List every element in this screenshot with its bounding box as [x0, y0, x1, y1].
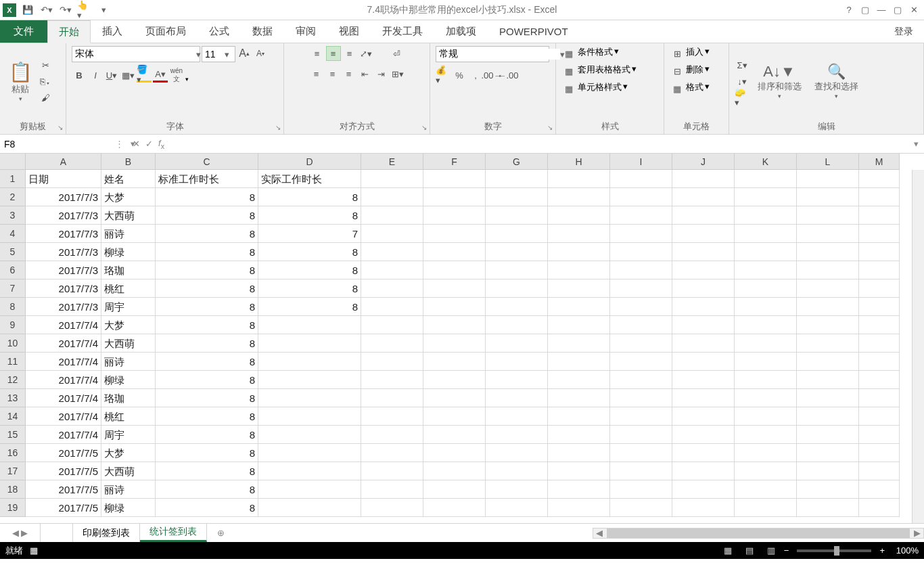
delete-cells-button[interactable]: ⊟删除▾ [670, 64, 710, 78]
cell[interactable] [361, 353, 423, 371]
row-header[interactable]: 15 [0, 426, 26, 444]
column-header[interactable]: B [101, 154, 156, 170]
cell[interactable] [486, 389, 548, 407]
cell[interactable]: 2017/7/3 [26, 188, 101, 206]
cell[interactable] [672, 279, 735, 298]
cell[interactable] [423, 371, 486, 389]
column-header[interactable]: G [486, 154, 548, 170]
cell[interactable] [548, 353, 610, 371]
macro-icon[interactable]: ▦ [30, 545, 38, 556]
row-header[interactable]: 18 [0, 480, 26, 499]
align-left-icon[interactable]: ≡ [309, 66, 324, 81]
row-header[interactable]: 13 [0, 389, 26, 407]
new-sheet-icon[interactable]: ⊕ [207, 524, 234, 542]
cell[interactable] [859, 298, 900, 316]
cell[interactable]: 2017/7/4 [26, 371, 101, 389]
row-header[interactable]: 10 [0, 334, 26, 353]
cell[interactable] [258, 389, 361, 407]
cell[interactable] [361, 444, 423, 462]
format-painter-icon[interactable]: 🖌 [38, 90, 53, 105]
cell[interactable] [258, 462, 361, 480]
name-box-input[interactable] [0, 139, 126, 150]
cell[interactable]: 2017/7/3 [26, 225, 101, 243]
cell[interactable] [735, 225, 797, 243]
cell[interactable] [548, 188, 610, 206]
zoom-in-icon[interactable]: + [879, 545, 885, 556]
font-name-combo[interactable]: ▾ [72, 46, 200, 62]
cell[interactable] [361, 170, 423, 188]
cell[interactable] [859, 389, 900, 407]
cell[interactable] [610, 188, 672, 206]
cell[interactable] [258, 316, 361, 334]
cell[interactable] [797, 480, 859, 499]
cell[interactable] [797, 261, 859, 279]
cell[interactable] [258, 353, 361, 371]
cell[interactable] [423, 499, 486, 517]
cell[interactable] [735, 261, 797, 279]
cell[interactable] [423, 426, 486, 444]
cell[interactable] [859, 316, 900, 334]
cell[interactable] [423, 389, 486, 407]
cell[interactable] [797, 279, 859, 298]
cell[interactable] [486, 371, 548, 389]
cell[interactable] [797, 462, 859, 480]
save-icon[interactable]: 💾 [20, 3, 35, 18]
cell[interactable]: 2017/7/3 [26, 279, 101, 298]
cell[interactable] [548, 261, 610, 279]
border-icon[interactable]: ▦▾ [120, 68, 135, 83]
cell-style-button[interactable]: ▦单元格样式▾ [561, 81, 628, 96]
cell[interactable] [486, 480, 548, 499]
cell[interactable]: 8 [156, 225, 258, 243]
cell[interactable] [258, 334, 361, 353]
cell[interactable]: 丽诗 [101, 353, 156, 371]
column-header[interactable]: E [361, 154, 423, 170]
cell[interactable] [859, 243, 900, 261]
cell[interactable]: 丽诗 [101, 225, 156, 243]
cell[interactable]: 8 [156, 298, 258, 316]
italic-icon[interactable]: I [88, 68, 103, 83]
cell[interactable] [610, 462, 672, 480]
cell[interactable]: 大梦 [101, 188, 156, 206]
cell[interactable] [423, 334, 486, 353]
cell[interactable] [735, 353, 797, 371]
align-bottom-icon[interactable]: ≡ [342, 46, 357, 61]
fill-icon[interactable]: ↓▾ [735, 74, 749, 89]
cell[interactable] [361, 279, 423, 298]
cell[interactable] [423, 480, 486, 499]
undo-icon[interactable]: ↶▾ [39, 3, 54, 18]
cell[interactable] [423, 170, 486, 188]
cell[interactable] [672, 225, 735, 243]
cell[interactable] [486, 206, 548, 225]
cell[interactable] [610, 480, 672, 499]
cell[interactable]: 2017/7/5 [26, 480, 101, 499]
sheet-tab-2[interactable]: 统计签到表 [140, 524, 207, 542]
cell[interactable]: 8 [156, 371, 258, 389]
cell[interactable]: 8 [258, 279, 361, 298]
cell[interactable] [361, 389, 423, 407]
number-format-combo[interactable]: ▾ [436, 46, 549, 62]
cell[interactable] [672, 188, 735, 206]
cell[interactable] [258, 499, 361, 517]
align-top-icon[interactable]: ≡ [310, 46, 325, 61]
cell[interactable] [610, 371, 672, 389]
cell[interactable]: 2017/7/4 [26, 316, 101, 334]
tab-developer[interactable]: 开发工具 [371, 20, 434, 43]
cell[interactable] [423, 407, 486, 426]
cell[interactable] [797, 444, 859, 462]
chevron-down-icon[interactable]: ▾ [221, 49, 232, 60]
cell[interactable] [423, 353, 486, 371]
cell[interactable] [423, 444, 486, 462]
cell[interactable] [361, 206, 423, 225]
cell[interactable] [610, 298, 672, 316]
align-middle-icon[interactable]: ≡ [326, 46, 341, 61]
cell[interactable] [859, 499, 900, 517]
cell[interactable] [735, 243, 797, 261]
fill-color-icon[interactable]: 🪣▾ [137, 68, 152, 83]
cell[interactable] [797, 298, 859, 316]
customize-qat-icon[interactable]: ▾ [96, 3, 111, 18]
cell[interactable]: 8 [258, 206, 361, 225]
cell[interactable] [735, 499, 797, 517]
cell[interactable] [361, 462, 423, 480]
cell[interactable] [859, 334, 900, 353]
column-header[interactable]: L [797, 154, 859, 170]
